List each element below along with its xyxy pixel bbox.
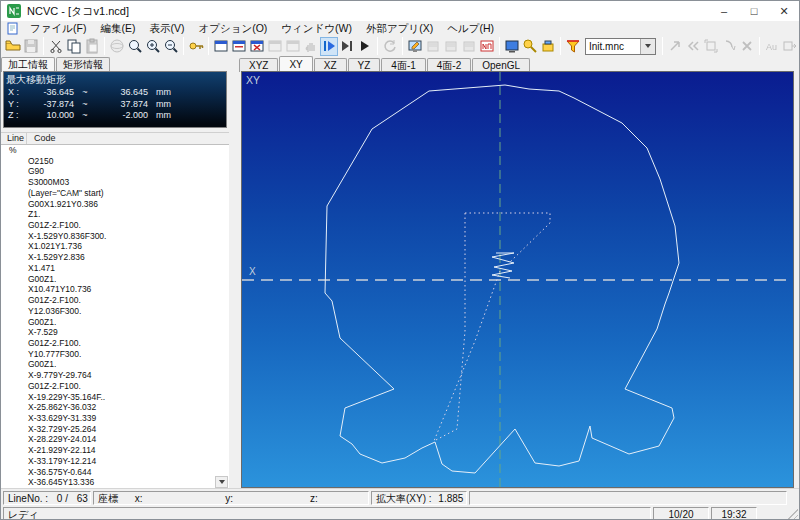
zoom-window-button-zoom-icon[interactable] <box>126 37 144 56</box>
code-list-row[interactable]: X-19.229Y-35.164F.. <box>1 392 229 403</box>
macro-file-combobox[interactable]: Init.mnc <box>585 38 656 55</box>
close-button[interactable]: ✕ <box>769 1 799 21</box>
gcode-text: X-25.862Y-36.032 <box>27 402 96 413</box>
drawing-canvas[interactable]: XY X <box>241 71 794 488</box>
minimize-button[interactable]: – <box>709 1 739 21</box>
view-tab-4面-1[interactable]: 4面-1 <box>381 58 425 72</box>
analysis-key-button-key-icon[interactable] <box>187 37 205 56</box>
code-list-row[interactable]: X-1.529Y2.836 <box>1 252 229 263</box>
code-list-row[interactable]: X-33.179Y-12.214 <box>1 456 229 467</box>
menu-item-3[interactable]: オプション(O) <box>191 21 274 35</box>
code-list-row[interactable]: G01Z-2.F100. <box>1 338 229 349</box>
info-tab-0[interactable]: 加工情報 <box>1 57 55 72</box>
code-list-row[interactable]: X-25.862Y-36.032 <box>1 402 229 413</box>
menu-item-4[interactable]: ウィンドウ(W) <box>274 21 359 35</box>
canvas-view-label: XY <box>246 74 260 86</box>
code-list-row[interactable]: X-36.575Y-0.644 <box>1 467 229 478</box>
maximize-button[interactable]: □ <box>739 1 769 21</box>
code-list-scroll-down[interactable] <box>215 476 228 488</box>
menu-item-5[interactable]: 外部アプリ(X) <box>359 21 440 35</box>
trace-run-button-play-icon[interactable] <box>356 37 374 56</box>
open-editor-button-editor-icon[interactable] <box>406 37 424 56</box>
info-tab-1[interactable]: 矩形情報 <box>56 57 110 71</box>
code-list-row[interactable]: G90 <box>1 166 229 177</box>
toolbar-separator <box>208 37 209 55</box>
menu-item-1[interactable]: 編集(E) <box>93 21 142 35</box>
gcode-text: S3000M03 <box>27 177 69 188</box>
menu-item-0[interactable]: ファイル(F) <box>23 21 93 35</box>
view-tab-xz[interactable]: XZ <box>314 58 347 72</box>
menu-item-6[interactable]: ヘルプ(H) <box>440 21 501 35</box>
gcode-text: X-1.529Y0.836F300. <box>27 231 106 242</box>
gcode-text: (Layer="CAM" start) <box>27 188 104 199</box>
view-tab-xyz[interactable]: XYZ <box>239 58 278 72</box>
zoom-out-button-zoomout-icon[interactable] <box>162 37 180 56</box>
code-list-row[interactable]: X-1.529Y0.836F300. <box>1 231 229 242</box>
code-list-row[interactable]: X-32.729Y-25.264 <box>1 424 229 435</box>
plunge-marker <box>492 253 514 278</box>
info-window-button-winblue-icon[interactable] <box>212 37 230 56</box>
panel-splitter[interactable] <box>229 57 241 488</box>
filter-funnel-button-funnel-icon[interactable] <box>564 37 582 56</box>
code-list-row[interactable]: O2150 <box>1 156 229 167</box>
line-column-header[interactable]: Line <box>1 133 27 144</box>
code-list-row[interactable]: Z1. <box>1 209 229 220</box>
gcode-text: X-1.529Y2.836 <box>27 252 85 263</box>
fit-view-button-fit-icon <box>702 37 720 56</box>
code-list-row[interactable]: G01Z-2.F100. <box>1 381 229 392</box>
code-list[interactable]: %O2150G90S3000M03(Layer="CAM" start)G00X… <box>1 145 229 488</box>
axis-range-row: Y :-37.874~37.874mm <box>4 99 226 111</box>
zoom-in-button-zoomin-icon[interactable] <box>144 37 162 56</box>
list-window-button-winblue2-icon[interactable] <box>230 37 248 56</box>
max-move-rect-title: 最大移動矩形 <box>4 72 226 87</box>
save-file-button-floppy-icon <box>22 37 40 56</box>
tool-a-button-tool-icon[interactable] <box>521 37 539 56</box>
trace-play-button-playpause-icon[interactable] <box>338 37 356 56</box>
nc-check-button-rednc-icon[interactable] <box>478 37 496 56</box>
code-list-row[interactable]: Y12.036F300. <box>1 306 229 317</box>
open-file-button-folder-icon[interactable] <box>4 37 22 56</box>
code-list-row[interactable]: G00Z1. <box>1 359 229 370</box>
code-list-row[interactable]: S3000M03 <box>1 177 229 188</box>
gcode-text: X-36.575Y-0.644 <box>27 467 92 478</box>
combo-dropdown-arrow[interactable] <box>640 39 655 54</box>
copy-button-copy-icon[interactable] <box>65 37 83 56</box>
code-list-row[interactable]: X-33.629Y-31.339 <box>1 413 229 424</box>
gcode-text: X-28.229Y-24.014 <box>27 434 96 445</box>
menu-item-2[interactable]: 表示(V) <box>142 21 191 35</box>
transfer-button-xfer-icon <box>781 37 799 56</box>
code-list-row[interactable]: X-21.929Y-22.114 <box>1 445 229 456</box>
code-list-row[interactable]: G00Z1. <box>1 317 229 328</box>
code-list-row[interactable]: G01Z-2.F100. <box>1 295 229 306</box>
view-tab-xy[interactable]: XY <box>279 56 312 72</box>
view-tab-opengl[interactable]: OpenGL <box>472 58 530 72</box>
cut-button-scissors-icon[interactable] <box>47 37 65 56</box>
code-column-header[interactable]: Code <box>27 133 56 144</box>
code-list-row[interactable]: % <box>1 145 229 156</box>
gcode-text: G90 <box>27 166 44 177</box>
code-list-row[interactable]: G00X1.921Y0.386 <box>1 199 229 210</box>
tool-b-button-tool2-icon[interactable] <box>539 37 557 56</box>
code-list-row[interactable]: (Layer="CAM" start) <box>1 188 229 199</box>
code-list-row[interactable]: X-7.529 <box>1 327 229 338</box>
machining-info-panel: 最大移動矩形 X :-36.645~36.645mmY :-37.874~37.… <box>3 71 227 128</box>
view-tab-4面-2[interactable]: 4面-2 <box>427 58 471 72</box>
code-list-row[interactable]: G01Z-2.F100. <box>1 220 229 231</box>
code-list-row[interactable]: G00Z1. <box>1 274 229 285</box>
gcode-text: X-9.779Y-29.764 <box>27 370 92 381</box>
time-field: 19:32 <box>711 507 757 520</box>
gcode-text: X-36.645Y13.336 <box>27 477 94 488</box>
close-window-button-winred-icon[interactable] <box>248 37 266 56</box>
code-list-row[interactable]: X10.471Y10.736 <box>1 284 229 295</box>
code-list-row[interactable]: X1.471 <box>1 263 229 274</box>
trace-step-button-playbar-icon[interactable] <box>320 37 338 56</box>
code-list-row[interactable]: X-28.229Y-24.014 <box>1 434 229 445</box>
app-icon <box>7 4 21 18</box>
code-list-row[interactable]: X-36.645Y13.336 <box>1 477 229 488</box>
code-list-row[interactable]: X1.021Y1.736 <box>1 241 229 252</box>
code-list-row[interactable]: X-9.779Y-29.764 <box>1 370 229 381</box>
view-tab-yz[interactable]: YZ <box>348 58 381 72</box>
resize-grip[interactable] <box>786 509 798 520</box>
code-list-row[interactable]: Y10.777F300. <box>1 349 229 360</box>
monitor-button-monitor-icon[interactable] <box>503 37 521 56</box>
